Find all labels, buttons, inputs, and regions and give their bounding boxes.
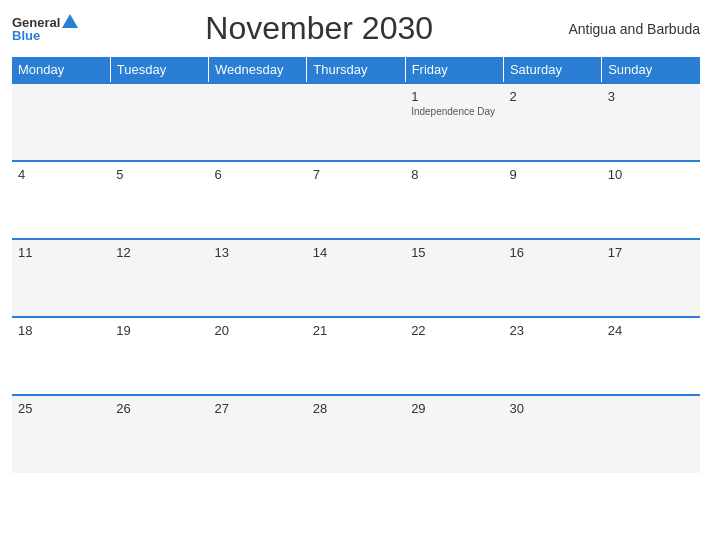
calendar-cell: 18 bbox=[12, 317, 110, 395]
week-row-2: 45678910 bbox=[12, 161, 700, 239]
day-number: 9 bbox=[509, 167, 595, 182]
calendar-cell: 11 bbox=[12, 239, 110, 317]
day-number: 8 bbox=[411, 167, 497, 182]
calendar-cell: 15 bbox=[405, 239, 503, 317]
calendar-cell: 3 bbox=[602, 83, 700, 161]
calendar-cell: 27 bbox=[209, 395, 307, 473]
calendar-cell: 13 bbox=[209, 239, 307, 317]
logo-blue-text: Blue bbox=[12, 29, 40, 42]
calendar-cell: 23 bbox=[503, 317, 601, 395]
day-number: 21 bbox=[313, 323, 399, 338]
day-number: 1 bbox=[411, 89, 497, 104]
calendar-header: General Blue November 2030 Antigua and B… bbox=[12, 10, 700, 47]
calendar-cell: 16 bbox=[503, 239, 601, 317]
day-number: 6 bbox=[215, 167, 301, 182]
day-number: 27 bbox=[215, 401, 301, 416]
calendar-cell: 28 bbox=[307, 395, 405, 473]
calendar-cell: 14 bbox=[307, 239, 405, 317]
day-number: 7 bbox=[313, 167, 399, 182]
week-row-3: 11121314151617 bbox=[12, 239, 700, 317]
logo: General Blue bbox=[12, 15, 78, 42]
weekday-header-monday: Monday bbox=[12, 57, 110, 83]
calendar-cell: 20 bbox=[209, 317, 307, 395]
weekday-header-wednesday: Wednesday bbox=[209, 57, 307, 83]
calendar-cell bbox=[209, 83, 307, 161]
day-number: 20 bbox=[215, 323, 301, 338]
day-number: 25 bbox=[18, 401, 104, 416]
calendar-cell: 7 bbox=[307, 161, 405, 239]
calendar-cell: 25 bbox=[12, 395, 110, 473]
calendar-cell bbox=[12, 83, 110, 161]
calendar-container: General Blue November 2030 Antigua and B… bbox=[0, 0, 712, 550]
logo-triangle-icon bbox=[62, 14, 78, 28]
calendar-cell: 5 bbox=[110, 161, 208, 239]
day-number: 14 bbox=[313, 245, 399, 260]
calendar-cell: 30 bbox=[503, 395, 601, 473]
weekday-header-thursday: Thursday bbox=[307, 57, 405, 83]
week-row-5: 252627282930 bbox=[12, 395, 700, 473]
day-number: 2 bbox=[509, 89, 595, 104]
calendar-cell: 2 bbox=[503, 83, 601, 161]
calendar-table: MondayTuesdayWednesdayThursdayFridaySatu… bbox=[12, 57, 700, 473]
day-number: 4 bbox=[18, 167, 104, 182]
calendar-cell: 29 bbox=[405, 395, 503, 473]
calendar-cell bbox=[307, 83, 405, 161]
calendar-cell: 24 bbox=[602, 317, 700, 395]
calendar-cell: 12 bbox=[110, 239, 208, 317]
weekday-header-row: MondayTuesdayWednesdayThursdayFridaySatu… bbox=[12, 57, 700, 83]
calendar-cell: 22 bbox=[405, 317, 503, 395]
day-number: 10 bbox=[608, 167, 694, 182]
day-number: 18 bbox=[18, 323, 104, 338]
day-number: 17 bbox=[608, 245, 694, 260]
day-number: 26 bbox=[116, 401, 202, 416]
calendar-cell: 9 bbox=[503, 161, 601, 239]
weekday-header-saturday: Saturday bbox=[503, 57, 601, 83]
day-number: 5 bbox=[116, 167, 202, 182]
calendar-cell bbox=[602, 395, 700, 473]
day-number: 13 bbox=[215, 245, 301, 260]
weekday-header-sunday: Sunday bbox=[602, 57, 700, 83]
logo-general-text: General bbox=[12, 16, 60, 29]
calendar-cell: 10 bbox=[602, 161, 700, 239]
calendar-cell: 6 bbox=[209, 161, 307, 239]
day-number: 12 bbox=[116, 245, 202, 260]
calendar-cell: 26 bbox=[110, 395, 208, 473]
weekday-header-friday: Friday bbox=[405, 57, 503, 83]
day-number: 24 bbox=[608, 323, 694, 338]
calendar-cell: 19 bbox=[110, 317, 208, 395]
day-number: 30 bbox=[509, 401, 595, 416]
calendar-cell: 21 bbox=[307, 317, 405, 395]
day-number: 29 bbox=[411, 401, 497, 416]
calendar-cell: 4 bbox=[12, 161, 110, 239]
day-number: 19 bbox=[116, 323, 202, 338]
weekday-header-tuesday: Tuesday bbox=[110, 57, 208, 83]
week-row-4: 18192021222324 bbox=[12, 317, 700, 395]
calendar-cell: 1Independence Day bbox=[405, 83, 503, 161]
month-title: November 2030 bbox=[78, 10, 560, 47]
event-label: Independence Day bbox=[411, 106, 497, 117]
day-number: 11 bbox=[18, 245, 104, 260]
week-row-1: 1Independence Day23 bbox=[12, 83, 700, 161]
day-number: 28 bbox=[313, 401, 399, 416]
day-number: 23 bbox=[509, 323, 595, 338]
day-number: 3 bbox=[608, 89, 694, 104]
calendar-cell: 17 bbox=[602, 239, 700, 317]
calendar-cell bbox=[110, 83, 208, 161]
day-number: 22 bbox=[411, 323, 497, 338]
calendar-cell: 8 bbox=[405, 161, 503, 239]
day-number: 15 bbox=[411, 245, 497, 260]
day-number: 16 bbox=[509, 245, 595, 260]
country-name: Antigua and Barbuda bbox=[560, 21, 700, 37]
